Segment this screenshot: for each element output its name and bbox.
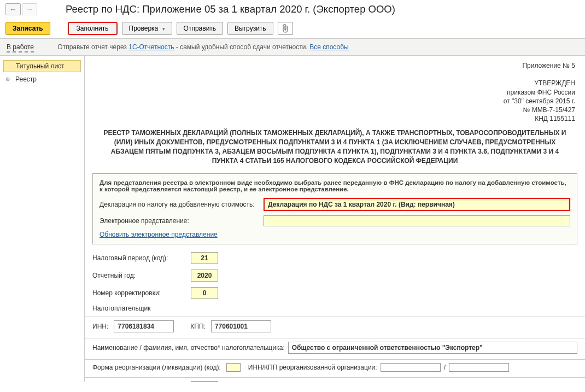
info-text: Отправьте отчет через — [57, 43, 128, 51]
decl-label: Декларация по налогу на добавленную стои… — [100, 201, 264, 208]
nav-fwd-button[interactable]: → — [22, 3, 37, 15]
reorg-innkpp-label: ИНН/КПП реорганизованной организации: — [248, 364, 377, 371]
info-text2: - самый удобный способ сдачи отчетности. — [176, 43, 309, 51]
sidebar-item-title[interactable]: Титульный лист — [3, 60, 81, 72]
sidebar-item-label: Реестр — [15, 75, 37, 83]
name-label: Наименование / фамилия, имя, отчество* н… — [92, 344, 285, 352]
fill-button[interactable]: Заполнить — [68, 22, 118, 35]
inn-label: ИНН: — [92, 323, 108, 330]
link-all[interactable]: Все способы — [309, 43, 349, 51]
erepr-field[interactable] — [264, 215, 570, 226]
check-button[interactable]: Проверка ▾ — [122, 22, 172, 35]
decl-value-field[interactable]: Декларация по НДС за 1 квартал 2020 г. (… — [264, 198, 570, 211]
export-button[interactable]: Выгрузить — [227, 22, 273, 35]
period-field[interactable]: 21 — [191, 252, 218, 264]
slash: / — [444, 364, 446, 371]
content: Приложение № 5 УТВЕРЖДЕН приказом ФНС Ро… — [85, 56, 585, 382]
reorg-label: Форма реорганизации (ликвидации) (код): — [92, 364, 221, 371]
reorg-kpp-field[interactable] — [449, 363, 509, 372]
send-button[interactable]: Отправить — [177, 22, 224, 35]
name-field[interactable]: Общество с ограниченной ответственностью… — [288, 342, 577, 354]
reorg-code-field[interactable] — [226, 363, 241, 372]
corr-label: Номер корректировки: — [92, 289, 185, 297]
update-repr-link[interactable]: Обновить электронное представление — [100, 231, 218, 238]
declaration-panel: Для представления реестра в электронном … — [92, 173, 577, 244]
year-label: Отчетный год: — [92, 272, 185, 279]
sidebar-item-registry[interactable]: ⊕ Реестр — [0, 73, 84, 85]
corr-field[interactable]: 0 — [191, 287, 218, 299]
inn-field[interactable]: 7706181834 — [114, 320, 174, 332]
check-label: Проверка — [129, 25, 159, 32]
taxpayer-heading: Налогоплательщик — [92, 305, 577, 312]
status-badge[interactable]: В работе — [7, 43, 34, 52]
reorg-inn-field[interactable] — [381, 363, 441, 372]
erepr-label: Электронное представление: — [100, 217, 264, 225]
record-button[interactable]: Записать — [5, 22, 50, 35]
panel-hint: Для представления реестра в электронном … — [100, 179, 570, 192]
period-label: Налоговый период (код): — [92, 254, 185, 262]
page-title: Реестр по НДС: Приложение 05 за 1 кварта… — [66, 3, 395, 15]
attach-icon[interactable] — [278, 22, 293, 35]
sidebar: Титульный лист ⊕ Реестр — [0, 56, 85, 382]
year-field[interactable]: 2020 — [191, 270, 218, 282]
nav-back-button[interactable]: ← — [5, 3, 21, 15]
approval-block: Приложение № 5 УТВЕРЖДЕН приказом ФНС Ро… — [92, 61, 575, 123]
taxcode-field[interactable]: 7706 — [191, 381, 218, 382]
kpp-label: КПП: — [190, 323, 206, 330]
chevron-down-icon: ▾ — [162, 26, 165, 32]
expand-icon[interactable]: ⊕ — [5, 76, 10, 82]
document-heading: РЕЕСТР ТАМОЖЕННЫХ ДЕКЛАРАЦИЙ (ПОЛНЫХ ТАМ… — [98, 128, 572, 165]
link-1c[interactable]: 1С-Отчетность — [128, 43, 174, 51]
kpp-field[interactable]: 770601001 — [211, 320, 271, 332]
